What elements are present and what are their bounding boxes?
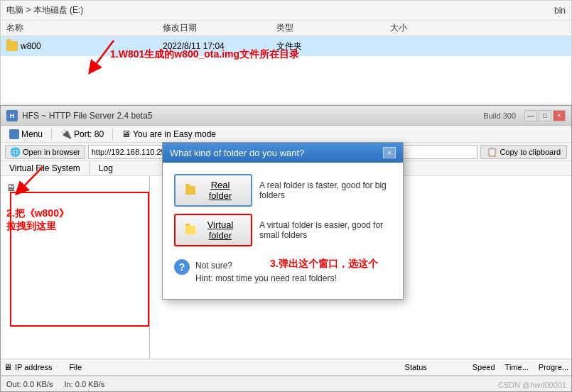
menu-item-mode[interactable]: 🖥 You are in Easy mode bbox=[116, 127, 222, 141]
real-folder-button[interactable]: Real folder bbox=[174, 174, 252, 207]
connections-row: 🖥 IP address File Status Speed Time... P… bbox=[1, 359, 571, 376]
hint-text: Not sure? Hint: most time you need real … bbox=[195, 259, 337, 285]
real-folder-icon bbox=[185, 186, 195, 195]
file-date: 2022/8/11 17:04 bbox=[163, 41, 276, 51]
window-buttons: — □ × bbox=[524, 110, 566, 121]
virtual-folder-icon bbox=[185, 226, 195, 234]
hfs-title: HFS ~ HTTP File Server 2.4 beta5 bbox=[22, 111, 483, 121]
virtual-folder-option: Virtual folder A virtual folder is easie… bbox=[174, 214, 392, 246]
virtual-folder-desc: A virtual folder is easier, good for sma… bbox=[259, 220, 392, 240]
folder-type-dialog: What kind of folder do you want? × Real … bbox=[162, 142, 404, 300]
hfs-menubar: Menu 🔌 Port: 80 🖥 You are in Easy mode bbox=[1, 126, 571, 143]
hfs-build: Build 300 bbox=[483, 111, 516, 120]
menu-item-port[interactable]: 🔌 Port: 80 bbox=[55, 127, 109, 141]
in-speed: In: 0.0 KB/s bbox=[64, 380, 104, 388]
svg-line-1 bbox=[20, 167, 43, 190]
left-panel-annotation: 2.把《w800》 拉拽到这里 bbox=[6, 207, 144, 233]
dialog-close-button[interactable]: × bbox=[383, 147, 396, 158]
menu-icon bbox=[9, 129, 19, 139]
vfs-left-panel[interactable]: 🖥 / 2.把《w800》 拉拽到这里 bbox=[1, 176, 150, 386]
maximize-button[interactable]: □ bbox=[539, 110, 551, 121]
breadcrumb-text: 电脑 > 本地磁盘 (E:) bbox=[6, 4, 83, 16]
virtual-folder-button[interactable]: Virtual folder bbox=[174, 214, 252, 246]
dialog-titlebar: What kind of folder do you want? × bbox=[163, 143, 403, 163]
open-browser-button[interactable]: 🌐 Open in browser bbox=[5, 145, 85, 159]
browser-icon: 🌐 bbox=[10, 147, 21, 157]
col-name: 名称 bbox=[6, 22, 163, 34]
menu-item-menu[interactable]: Menu bbox=[4, 128, 48, 141]
clipboard-icon: 📋 bbox=[487, 147, 497, 157]
col-type: 类型 bbox=[276, 22, 390, 34]
menu-divider bbox=[51, 129, 52, 140]
watermark: CSDN @hwd00001 bbox=[498, 381, 566, 389]
hfs-icon: H bbox=[6, 110, 18, 121]
col-headers: 名称 修改日期 类型 大小 bbox=[1, 21, 571, 36]
close-button[interactable]: × bbox=[553, 110, 566, 121]
minimize-button[interactable]: — bbox=[524, 110, 537, 121]
real-folder-option: Real folder A real folder is faster, goo… bbox=[174, 174, 392, 207]
ip-icon: 🖥 bbox=[4, 362, 12, 372]
hint-line1: Not sure? bbox=[195, 259, 337, 272]
breadcrumb: 电脑 > 本地磁盘 (E:) bin bbox=[1, 1, 571, 21]
port-icon: 🔌 bbox=[60, 129, 72, 139]
col-date: 修改日期 bbox=[163, 22, 276, 34]
hfs-titlebar: H HFS ~ HTTP File Server 2.4 beta5 Build… bbox=[1, 106, 571, 126]
mode-icon: 🖥 bbox=[122, 129, 131, 139]
dialog-hint: ? Not sure? Hint: most time you need rea… bbox=[174, 254, 392, 288]
breadcrumb-right: bin bbox=[554, 6, 566, 16]
hint-line2: Hint: most time you need real folders! bbox=[195, 272, 337, 285]
log-panel-header: Log bbox=[90, 161, 122, 175]
out-speed: Out: 0.0 KB/s bbox=[6, 380, 53, 388]
question-icon: ? bbox=[174, 259, 190, 275]
file-label: File bbox=[69, 363, 401, 371]
file-type: 文件夹 bbox=[276, 40, 390, 53]
arrow-2 bbox=[7, 163, 50, 199]
dialog-title: What kind of folder do you want? bbox=[170, 148, 304, 158]
folder-icon bbox=[6, 41, 18, 51]
hfs-statusbar: Out: 0.0 KB/s In: 0.0 KB/s bbox=[1, 376, 571, 391]
dialog-body: Real folder A real folder is faster, goo… bbox=[163, 163, 403, 299]
real-folder-desc: A real folder is faster, good for big fo… bbox=[259, 180, 392, 200]
menu-divider-2 bbox=[112, 129, 113, 140]
file-explorer: 电脑 > 本地磁盘 (E:) bin 名称 修改日期 类型 大小 w800 20… bbox=[0, 0, 572, 114]
col-size: 大小 bbox=[390, 22, 461, 34]
table-row[interactable]: w800 2022/8/11 17:04 文件夹 bbox=[1, 36, 571, 56]
folder-name: w800 bbox=[6, 41, 163, 51]
copy-to-clipboard-button[interactable]: 📋 Copy to clipboard bbox=[480, 145, 567, 159]
